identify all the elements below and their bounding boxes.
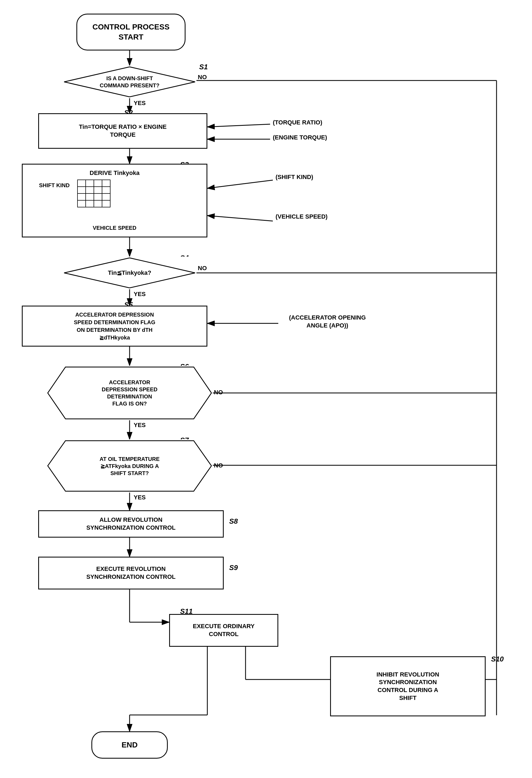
s7-label: AT OIL TEMPERATURE≧ATFkyoka DURING ASHIF…	[89, 453, 171, 479]
step-s1-label: S1	[199, 63, 208, 71]
s11-label: EXECUTE ORDINARYCONTROL	[193, 622, 255, 638]
s6-label: ACCELERATORDEPRESSION SPEEDDETERMINATION…	[91, 376, 169, 410]
s11-rect: EXECUTE ORDINARYCONTROL	[169, 614, 278, 647]
s8-label: ALLOW REVOLUTIONSYNCHRONIZATION CONTROL	[86, 516, 175, 532]
s1-no-label: NO	[198, 74, 207, 81]
s3-annotation-vehicle-speed: (VEHICLE SPEED)	[276, 213, 328, 221]
s3-label-shift-kind: SHIFT KIND	[39, 182, 70, 188]
s9-rect: EXECUTE REVOLUTIONSYNCHRONIZATION CONTRO…	[38, 557, 224, 590]
step-s9-label: S9	[229, 563, 238, 572]
s6-yes-label: YES	[134, 421, 146, 429]
svg-line-24	[207, 124, 270, 127]
s9-label: EXECUTE REVOLUTIONSYNCHRONIZATION CONTRO…	[86, 565, 175, 581]
s5-annotation: (ACCELERATOR OPENINGANGLE (APO))	[278, 314, 376, 329]
s2-label: Tin=TORQUE RATIO × ENGINETORQUE	[79, 123, 167, 139]
s3-annotation-shift-kind: (SHIFT KIND)	[276, 173, 313, 181]
s3-label-vehicle-speed: VEHICLE SPEED	[23, 225, 206, 231]
s6-no-label: NO	[214, 389, 223, 396]
s5-label: ACCELERATOR DEPRESSIONSPEED DETERMINATIO…	[74, 311, 156, 341]
s7-no-label: NO	[214, 462, 223, 469]
end-shape: END	[91, 731, 168, 759]
step-s10-label: S10	[491, 655, 504, 664]
s1-diamond: IS A DOWN-SHIFTCOMMAND PRESENT?	[63, 66, 196, 98]
s2-annotation-engine-torque: (ENGINE TORQUE)	[273, 134, 327, 142]
s3-rect: DERIVE Tinkyoka SHIFT KIND VEHICLE SPEED	[22, 164, 207, 237]
s4-no-label: NO	[198, 265, 207, 272]
s4-label: Tin≦Tinkyoka?	[100, 266, 159, 280]
s1-label: IS A DOWN-SHIFTCOMMAND PRESENT?	[92, 72, 168, 92]
s4-yes-label: YES	[134, 291, 146, 298]
flowchart-diagram: CONTROL PROCESS START S1 IS A DOWN-SHIFT…	[0, 0, 532, 778]
svg-line-27	[207, 216, 273, 221]
end-label: END	[121, 740, 138, 750]
s2-annotation-torque-ratio: (TORQUE RATIO)	[273, 119, 322, 127]
step-s11-label: S11	[180, 607, 193, 616]
step-s8-label: S8	[229, 517, 238, 526]
s2-rect: Tin=TORQUE RATIO × ENGINETORQUE	[38, 113, 207, 149]
s4-diamond: Tin≦Tinkyoka?	[63, 256, 196, 289]
svg-line-26	[207, 180, 273, 188]
s7-hexagon: AT OIL TEMPERATURE≧ATFkyoka DURING ASHIF…	[47, 439, 213, 492]
s10-label: INHIBIT REVOLUTIONSYNCHRONIZATIONCONTROL…	[376, 671, 439, 702]
s3-label-derive: DERIVE Tinkyoka	[23, 169, 206, 176]
s10-rect: INHIBIT REVOLUTIONSYNCHRONIZATIONCONTROL…	[330, 656, 485, 716]
start-label: CONTROL PROCESS START	[92, 22, 170, 42]
s5-rect: ACCELERATOR DEPRESSIONSPEED DETERMINATIO…	[22, 306, 207, 346]
start-shape: CONTROL PROCESS START	[76, 14, 185, 51]
s7-yes-label: YES	[134, 494, 146, 501]
s8-rect: ALLOW REVOLUTIONSYNCHRONIZATION CONTROL	[38, 510, 224, 538]
s6-hexagon: ACCELERATORDEPRESSION SPEEDDETERMINATION…	[47, 366, 213, 420]
s1-yes-label: YES	[134, 100, 146, 107]
